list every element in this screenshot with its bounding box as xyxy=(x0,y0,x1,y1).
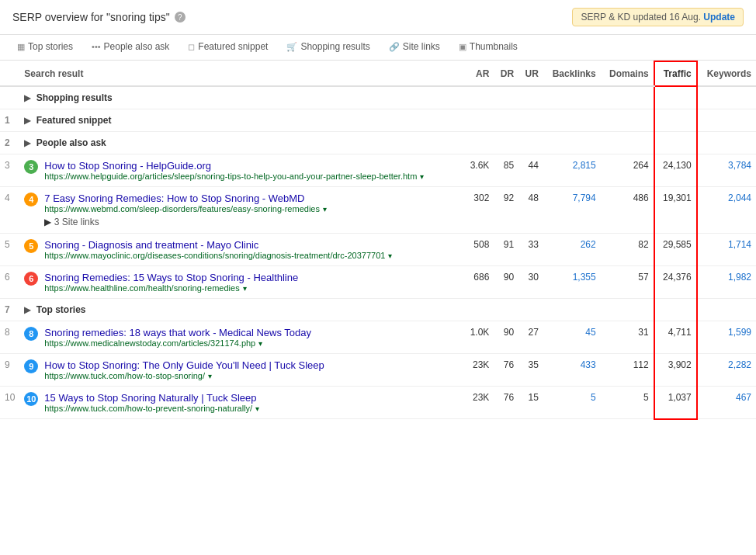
keywords-link[interactable]: 467 xyxy=(736,392,751,403)
page-title: SERP overview for "snoring tips" ? xyxy=(12,11,186,23)
domains-cell: 5 xyxy=(601,387,654,419)
result-cell: 6 Snoring Remedies: 15 Ways to Stop Snor… xyxy=(19,266,463,299)
tab-featured-snippet[interactable]: ◻ Featured snippet xyxy=(179,35,277,60)
ur-cell: 35 xyxy=(518,354,543,387)
row-num: 9 xyxy=(0,354,19,387)
traffic-cell: 29,585 xyxy=(654,234,697,266)
col-backlinks: Backlinks xyxy=(543,61,601,86)
backlinks-cell: 45 xyxy=(543,321,601,354)
result-title[interactable]: How to Stop Snoring - HelpGuide.org xyxy=(44,160,211,172)
rank-badge: 9 xyxy=(24,359,38,373)
tab-people-also-ask[interactable]: ••• People also ask xyxy=(82,35,179,60)
section-title: Featured snippet xyxy=(36,115,112,126)
col-traffic: Traffic xyxy=(654,61,697,86)
keywords-link[interactable]: 1,714 xyxy=(728,239,751,250)
backlinks-link[interactable]: 262 xyxy=(581,239,596,250)
dropdown-arrow[interactable]: ▾ xyxy=(323,205,327,213)
result-title[interactable]: 7 Easy Snoring Remedies: How to Stop Sno… xyxy=(44,193,304,204)
rank-badge: 4 xyxy=(24,193,38,206)
ar-cell: 23K xyxy=(463,354,494,387)
dropdown-arrow[interactable]: ▾ xyxy=(420,172,424,181)
tab-thumbnails-label: Thumbnails xyxy=(470,41,518,52)
backlinks-cell: 2,815 xyxy=(543,154,601,187)
backlinks-link[interactable]: 433 xyxy=(581,359,596,370)
result-cell: 4 7 Easy Snoring Remedies: How to Stop S… xyxy=(19,187,463,234)
ar-cell: 508 xyxy=(463,234,494,266)
title-text: SERP overview for "snoring tips" xyxy=(12,11,170,23)
ar-cell: 686 xyxy=(463,266,494,299)
result-url-line: https://www.tuck.com/how-to-prevent-snor… xyxy=(44,404,259,413)
traffic-cell xyxy=(654,132,697,154)
table-row: 8 8 Snoring remedies: 18 ways that work … xyxy=(0,321,756,354)
site-links: ▶ 3 Site links xyxy=(44,217,327,227)
section-label: ▶ Shopping results xyxy=(19,86,654,109)
dropdown-arrow[interactable]: ▾ xyxy=(388,251,392,260)
ur-cell: 30 xyxy=(518,266,543,299)
dr-cell: 85 xyxy=(494,154,518,187)
keywords-link[interactable]: 1,982 xyxy=(728,272,751,283)
col-dr: DR xyxy=(494,61,518,86)
section-row: ▶ Shopping results xyxy=(0,86,756,109)
domains-cell: 112 xyxy=(601,354,654,387)
result-title[interactable]: Snoring remedies: 18 ways that work - Me… xyxy=(44,327,311,338)
result-title[interactable]: Snoring Remedies: 15 Ways to Stop Snorin… xyxy=(44,272,298,283)
badge-text: SERP & KD updated 16 Aug. xyxy=(581,12,701,23)
info-icon[interactable]: ? xyxy=(175,12,186,23)
backlinks-link[interactable]: 2,815 xyxy=(573,160,596,171)
backlinks-link[interactable]: 1,355 xyxy=(573,272,596,283)
table-row: 9 9 How to Stop Snoring: The Only Guide … xyxy=(0,354,756,387)
row-num xyxy=(0,86,19,109)
top-stories-icon: ▦ xyxy=(17,42,25,52)
backlinks-link[interactable]: 45 xyxy=(585,327,595,338)
expand-arrow[interactable]: ▶ xyxy=(24,116,30,125)
backlinks-link[interactable]: 5 xyxy=(591,392,596,403)
tab-site-links[interactable]: 🔗 Site links xyxy=(380,35,449,60)
result-url-line: https://www.helpguide.org/articles/sleep… xyxy=(44,172,424,181)
result-url: https://www.tuck.com/how-to-prevent-snor… xyxy=(44,404,252,413)
keywords-link[interactable]: 2,282 xyxy=(728,359,751,370)
col-search-result: Search result xyxy=(19,61,463,86)
tab-top-stories[interactable]: ▦ Top stories xyxy=(8,35,82,60)
result-cell: 5 Snoring - Diagnosis and treatment - Ma… xyxy=(19,234,463,266)
domains-cell: 31 xyxy=(601,321,654,354)
dropdown-arrow[interactable]: ▾ xyxy=(208,372,212,380)
dropdown-arrow[interactable]: ▾ xyxy=(243,284,247,293)
tab-thumbnails[interactable]: ▣ Thumbnails xyxy=(449,35,527,60)
dropdown-arrow[interactable]: ▾ xyxy=(258,339,262,348)
result-title[interactable]: 15 Ways to Stop Snoring Naturally | Tuck… xyxy=(44,392,256,404)
result-url: https://www.healthline.com/health/snorin… xyxy=(44,283,239,293)
keywords-link[interactable]: 2,044 xyxy=(728,193,751,203)
dr-cell: 76 xyxy=(494,354,518,387)
result-title[interactable]: Snoring - Diagnosis and treatment - Mayo… xyxy=(44,239,258,251)
ur-cell: 15 xyxy=(518,387,543,419)
expand-arrow[interactable]: ▶ xyxy=(24,93,30,102)
row-num: 7 xyxy=(0,299,19,321)
sitelinks-label: 3 Site links xyxy=(54,217,99,227)
tab-people-also-ask-label: People also ask xyxy=(104,41,170,52)
result-url-line: https://www.healthline.com/health/snorin… xyxy=(44,283,298,293)
expand-arrow[interactable]: ▶ xyxy=(24,138,30,147)
backlinks-cell: 262 xyxy=(543,234,601,266)
dropdown-arrow[interactable]: ▾ xyxy=(255,404,259,413)
traffic-cell: 19,301 xyxy=(654,187,697,234)
shopping-results-icon: 🛒 xyxy=(286,42,297,52)
col-ar: AR xyxy=(463,61,494,86)
rank-badge: 6 xyxy=(24,272,38,286)
keywords-cell: 467 xyxy=(697,387,756,419)
domains-cell: 264 xyxy=(601,154,654,187)
section-row: 1 ▶ Featured snippet xyxy=(0,109,756,132)
row-num: 4 xyxy=(0,187,19,234)
keywords-link[interactable]: 3,784 xyxy=(728,160,751,171)
result-url-line: https://www.webmd.com/sleep-disorders/fe… xyxy=(44,204,327,213)
update-link[interactable]: Update xyxy=(703,12,735,23)
keywords-cell xyxy=(697,109,756,132)
ur-cell: 33 xyxy=(518,234,543,266)
result-title[interactable]: How to Stop Snoring: The Only Guide You'… xyxy=(44,359,324,371)
result-url-line: https://www.medicalnewstoday.com/article… xyxy=(44,338,311,348)
result-cell: 3 How to Stop Snoring - HelpGuide.org ht… xyxy=(19,154,463,187)
keywords-link[interactable]: 1,599 xyxy=(728,327,751,338)
sitelinks-expand[interactable]: ▶ xyxy=(44,217,51,227)
tab-shopping-results[interactable]: 🛒 Shopping results xyxy=(277,35,379,60)
backlinks-link[interactable]: 7,794 xyxy=(573,193,596,203)
expand-arrow[interactable]: ▶ xyxy=(24,305,30,314)
